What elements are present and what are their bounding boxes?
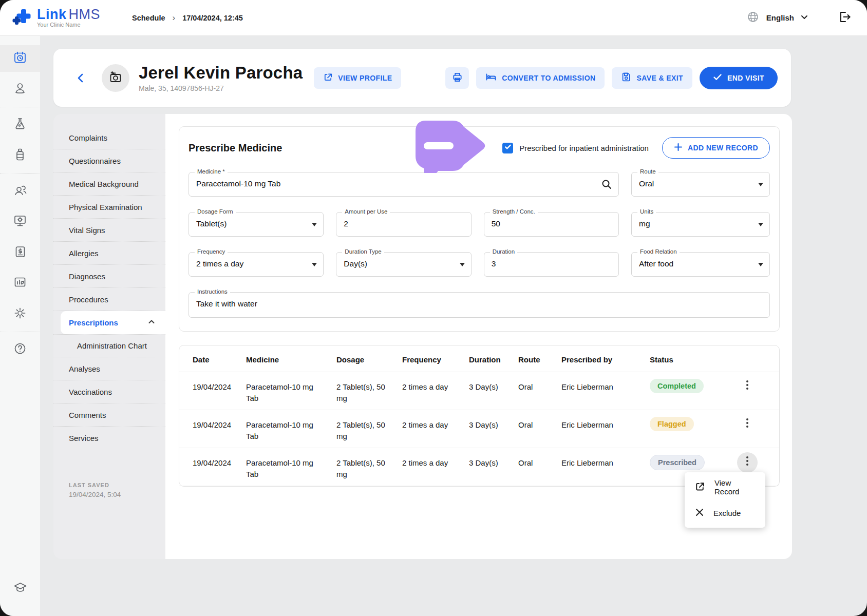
- nav-item-medical-background[interactable]: Medical Background: [53, 172, 165, 196]
- last-saved: LAST SAVED 19/04/2024, 5:04: [69, 482, 121, 498]
- chart-report-icon: [13, 276, 27, 291]
- dosage-form-field[interactable]: Dosage Form Tablet(s): [189, 212, 324, 237]
- dropdown-caret-icon[interactable]: [758, 253, 763, 276]
- col-header-date: Date: [193, 345, 246, 365]
- nav-item-procedures[interactable]: Procedures: [53, 288, 165, 311]
- rail-item-billing[interactable]: [0, 237, 40, 268]
- nav-label: Vital Signs: [69, 226, 105, 235]
- row-actions-button-active[interactable]: [737, 452, 758, 473]
- calendar-clock-icon: [13, 51, 27, 66]
- end-visit-label: END VISIT: [727, 74, 764, 82]
- dropdown-caret-icon[interactable]: [312, 213, 317, 236]
- rail-item-laboratory[interactable]: [0, 109, 40, 140]
- invoice-icon: [14, 245, 27, 260]
- plus-icon: [674, 143, 683, 153]
- frequency-field-label: Frequency: [195, 248, 228, 255]
- rail-divider: [0, 173, 40, 174]
- nav-item-vital-signs[interactable]: Vital Signs: [53, 219, 165, 242]
- breadcrumb-schedule[interactable]: Schedule: [132, 14, 165, 22]
- rail-item-help[interactable]: [0, 334, 40, 365]
- convert-to-admission-button[interactable]: CONVERT TO ADMISSION: [476, 67, 605, 89]
- units-field[interactable]: Units mg: [631, 212, 770, 237]
- nav-item-administration-chart[interactable]: Administration Chart: [53, 334, 165, 357]
- nav-label: Allergies: [69, 249, 99, 258]
- amount-per-use-field[interactable]: Amount per Use 2: [336, 212, 471, 237]
- cell-duration: 3 Day(s): [469, 372, 518, 393]
- rail-item-pharmacy[interactable]: [0, 140, 40, 171]
- row-actions-button[interactable]: [737, 376, 758, 397]
- add-new-record-button[interactable]: ADD NEW RECORD: [662, 137, 770, 159]
- nav-item-allergies[interactable]: Allergies: [53, 242, 165, 265]
- end-visit-button[interactable]: END VISIT: [700, 67, 778, 89]
- rail-item-settings[interactable]: [0, 299, 40, 330]
- nav-item-comments[interactable]: Comments: [53, 403, 165, 427]
- back-button[interactable]: [72, 69, 89, 87]
- patient-photo-upload[interactable]: [102, 64, 129, 92]
- rail-item-patients[interactable]: [0, 74, 40, 105]
- language-selector[interactable]: English: [766, 13, 808, 23]
- cell-prescribed-by: Eric Lieberman: [561, 372, 650, 393]
- cell-dosage: 2 Tablet(s), 50 mg: [336, 448, 402, 480]
- food-relation-field-value: After food: [632, 253, 769, 268]
- open-in-new-icon: [695, 482, 705, 493]
- nav-label: Medical Background: [69, 180, 139, 188]
- instructions-field[interactable]: Instructions Take it with water: [189, 292, 770, 318]
- cell-prescribed-by: Eric Lieberman: [561, 448, 650, 469]
- hospital-bed-icon: [485, 71, 497, 84]
- inpatient-checkbox[interactable]: [502, 143, 513, 153]
- view-profile-button[interactable]: VIEW PROFILE: [314, 67, 401, 89]
- row-actions-button[interactable]: [737, 414, 758, 435]
- dropdown-caret-icon[interactable]: [460, 253, 465, 276]
- nav-item-questionnaires[interactable]: Questionnaires: [53, 149, 165, 172]
- strength-field[interactable]: Strength / Conc. 50: [484, 212, 619, 237]
- route-field[interactable]: Route Oral: [631, 172, 770, 197]
- search-icon[interactable]: [601, 172, 612, 196]
- nav-item-analyses[interactable]: Analyses: [53, 357, 165, 380]
- medicine-field[interactable]: Medicine * Paracetamol-10 mg Tab: [189, 172, 619, 197]
- rail-item-administration[interactable]: [0, 206, 40, 237]
- route-field-value: Oral: [632, 172, 769, 188]
- rail-divider: [0, 332, 40, 332]
- duration-field[interactable]: Duration 3: [484, 252, 619, 277]
- rail-item-schedule[interactable]: [0, 45, 40, 72]
- dropdown-caret-icon[interactable]: [312, 253, 317, 276]
- print-button[interactable]: [445, 67, 469, 89]
- nav-label: Diagnoses: [69, 272, 105, 281]
- rail-item-staff[interactable]: [0, 176, 40, 206]
- strength-field-value: 50: [484, 213, 618, 228]
- nav-label: Complaints: [69, 133, 107, 142]
- add-new-record-label: ADD NEW RECORD: [688, 144, 758, 152]
- col-header-prescribed-by: Prescribed by: [561, 345, 650, 365]
- cell-duration: 3 Day(s): [469, 448, 518, 469]
- nav-item-services[interactable]: Services: [53, 427, 165, 450]
- nav-item-complaints[interactable]: Complaints: [53, 126, 165, 149]
- food-relation-field[interactable]: Food Relation After food: [631, 252, 770, 277]
- frequency-field[interactable]: Frequency 2 times a day: [189, 252, 324, 277]
- patient-header: Jerel Kevin Parocha Male, 35, 14097856-H…: [53, 49, 791, 107]
- convert-to-admission-label: CONVERT TO ADMISSION: [502, 74, 595, 82]
- nav-item-diagnoses[interactable]: Diagnoses: [53, 265, 165, 288]
- nav-item-physical-examination[interactable]: Physical Examination: [53, 196, 165, 219]
- duration-type-field[interactable]: Duration Type Day(s): [336, 252, 471, 277]
- instructions-field-value: Take it with water: [189, 293, 769, 309]
- app-logo[interactable]: LinkHMS Your Clinic Name: [11, 7, 100, 29]
- dropdown-caret-icon[interactable]: [758, 213, 763, 236]
- menu-item-exclude[interactable]: Exclude: [685, 500, 765, 526]
- menu-item-view-record[interactable]: View Record: [685, 474, 765, 500]
- nav-label: Questionnaires: [69, 157, 121, 165]
- nav-item-vaccinations[interactable]: Vaccinations: [53, 380, 165, 403]
- chevron-up-icon: [148, 318, 155, 327]
- logo-text: LinkHMS Your Clinic Name: [37, 8, 100, 28]
- breadcrumb: Schedule › 17/04/2024, 12:45: [132, 13, 243, 23]
- nav-item-prescriptions[interactable]: Prescriptions: [61, 311, 165, 334]
- inpatient-checkbox-label[interactable]: Prescribed for inpatient administration: [519, 144, 649, 152]
- graduation-cap-icon: [13, 581, 27, 596]
- save-exit-button[interactable]: SAVE & EXIT: [612, 67, 692, 89]
- logout-button[interactable]: [838, 10, 852, 26]
- rail-item-reports[interactable]: [0, 268, 40, 299]
- rail-item-learning[interactable]: [0, 573, 40, 604]
- dropdown-caret-icon[interactable]: [758, 172, 763, 196]
- icon-rail: [0, 36, 40, 616]
- logout-icon: [838, 10, 852, 26]
- save-exit-label: SAVE & EXIT: [636, 74, 683, 82]
